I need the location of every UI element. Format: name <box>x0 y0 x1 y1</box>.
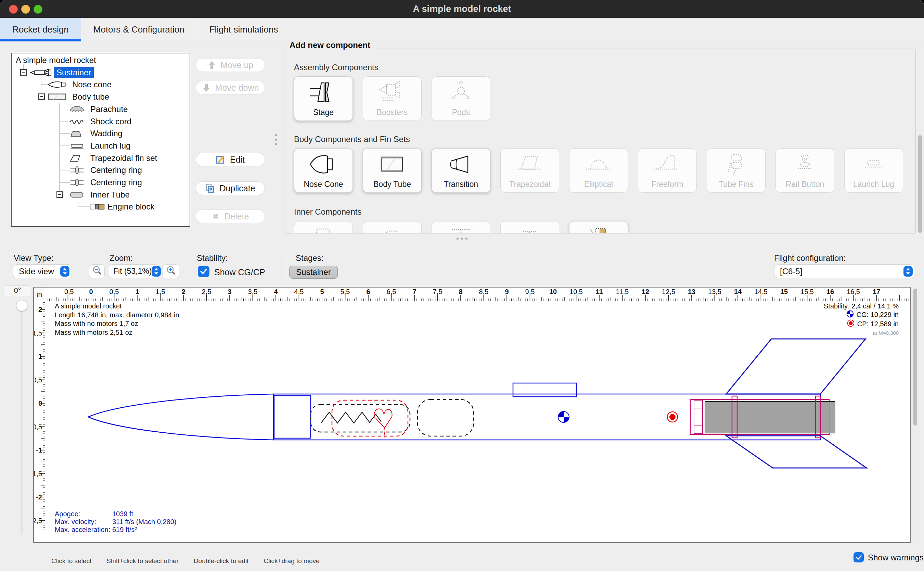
add-component-body-tube-button[interactable]: Body Tube <box>363 148 422 193</box>
rocket-icon <box>30 68 52 77</box>
flight-config-select[interactable]: [C6-5] <box>774 264 915 278</box>
add-component-launch-lug-button[interactable]: Launch Lug <box>844 148 903 193</box>
view-type-select[interactable]: Side view <box>13 264 72 278</box>
add-component-inner-1-button[interactable] <box>294 221 353 233</box>
tree-item-centering-ring[interactable]: Centering ring <box>90 177 142 188</box>
rocket-drawing <box>45 301 911 543</box>
tree-item-centering-ring[interactable]: Centering ring <box>90 165 142 175</box>
tree-item-launch-lug[interactable]: Launch lug <box>90 141 130 151</box>
svg-text:-0,5: -0,5 <box>62 288 74 295</box>
svg-text:10: 10 <box>549 288 557 295</box>
tab-motors-configuration[interactable]: Motors & Configuration <box>81 18 197 41</box>
rocket-info-line: Length 16,748 in, max. diameter 0,984 in <box>55 311 179 320</box>
stability-label: Stability: <box>197 253 228 263</box>
tree-expander-inner-tube[interactable] <box>57 191 63 198</box>
tree-item-parachute[interactable]: Parachute <box>90 104 128 114</box>
zoom-select[interactable]: Fit (53,1%) <box>109 264 159 278</box>
freeform-icon <box>638 152 696 177</box>
magnifier-plus-icon <box>166 265 176 277</box>
add-component-tube-fins-button[interactable]: Tube Fins <box>707 148 765 193</box>
add-component-nose-cone-button[interactable]: Nose Cone <box>294 148 353 193</box>
tree-item-trapezoidal-fin-set[interactable]: Trapezoidal fin set <box>90 153 157 163</box>
add-component-inner-5-button[interactable] <box>569 221 628 233</box>
svg-text:11,5: 11,5 <box>616 288 629 295</box>
add-component-trapezoidal-button[interactable]: Trapezoidal <box>500 148 559 193</box>
show-warnings-checkbox[interactable] <box>853 552 864 562</box>
rotation-angle-field[interactable]: 0° <box>5 285 30 296</box>
rotation-slider-knob[interactable] <box>16 300 28 311</box>
show-cgcp-checkbox[interactable] <box>198 265 209 277</box>
ruler-unit-label: in <box>34 287 45 301</box>
inner-component-2-icon <box>363 225 421 233</box>
interaction-hints: Click to selectShift+click to select oth… <box>51 557 320 565</box>
show-cgcp-label: Show CG/CP <box>214 267 265 277</box>
vertical-splitter-handle[interactable] <box>275 134 277 145</box>
rocket-diagram-panel[interactable]: in -0,500,511,522,533,544,555,566,577,58… <box>33 287 911 543</box>
trapezoidal-icon <box>500 152 559 177</box>
tree-item-nose-cone[interactable]: Nose cone <box>72 79 112 90</box>
add-component-pods-button[interactable]: Pods <box>431 76 490 121</box>
zoom-out-button[interactable] <box>89 264 105 278</box>
tab-flight-simulations[interactable]: Flight simulations <box>197 18 291 41</box>
duplicate-button[interactable]: Duplicate <box>196 181 265 195</box>
tree-expander-sustainer[interactable] <box>20 69 27 76</box>
tree-item-engine-block[interactable]: Engine block <box>108 202 154 212</box>
add-component-inner-4-button[interactable] <box>500 221 559 233</box>
railbutton-icon <box>776 152 834 177</box>
rocket-canvas[interactable]: A simple model rocketLength 16,748 in, m… <box>45 301 910 542</box>
move-up-button[interactable]: Move up <box>196 58 265 72</box>
card-label: Transition <box>432 180 490 189</box>
tree-item-body-tube[interactable]: Body tube <box>72 92 109 102</box>
card-label: Pods <box>432 108 490 117</box>
arrow-up-icon <box>207 60 216 69</box>
svg-text:0: 0 <box>38 400 42 407</box>
add-component-freeform-button[interactable]: Freeform <box>638 148 697 193</box>
add-component-transition-button[interactable]: Transition <box>431 148 490 193</box>
add-component-inner-2-button[interactable] <box>363 221 422 233</box>
delete-button[interactable]: Delete <box>196 210 265 223</box>
svg-text:10,5: 10,5 <box>570 288 583 295</box>
tubefins-icon <box>707 152 765 177</box>
edit-button[interactable]: Edit <box>196 153 265 167</box>
hint-double-click-to-edit: Double-click to edit <box>194 557 249 565</box>
horizontal-splitter-handle[interactable] <box>456 238 468 240</box>
add-component-boosters-button[interactable]: Boosters <box>363 76 422 121</box>
tree-item-sustainer[interactable]: Sustainer <box>54 68 94 78</box>
tree-connector <box>59 121 70 122</box>
rocket-info-text: A simple model rocketLength 16,748 in, m… <box>55 302 179 337</box>
rotation-slider-track[interactable] <box>20 301 23 534</box>
svg-text:13,5: 13,5 <box>708 288 721 295</box>
add-component-rail-button-button[interactable]: Rail Button <box>776 148 834 193</box>
tree-item-inner-tube[interactable]: Inner Tube <box>90 190 130 200</box>
tree-root-item[interactable]: A simple model rocket <box>16 55 96 65</box>
tree-connector <box>59 182 70 183</box>
tree-item-label: Shock cord <box>90 117 131 126</box>
card-label: Body Tube <box>363 180 421 189</box>
svg-text:2: 2 <box>182 288 185 295</box>
add-component-stage-button[interactable]: Stage <box>294 76 353 121</box>
svg-text:4: 4 <box>274 288 278 295</box>
cg-icon <box>846 310 854 319</box>
move-down-button[interactable]: Move down <box>196 81 265 94</box>
stage-toggle-sustainer[interactable]: Sustainer <box>289 265 338 279</box>
move-down-label: Move down <box>215 83 259 93</box>
diagram-scrollbar[interactable] <box>913 288 918 542</box>
check-icon <box>200 267 208 276</box>
tree-item-label: Sustainer <box>54 67 94 78</box>
stability-info: Stability: 2,4 cal / 14,1 % CG: 10,229 i… <box>824 302 899 337</box>
cp-value: CP: 12,589 in <box>857 320 899 327</box>
tree-expander-body-tube[interactable] <box>38 93 45 100</box>
svg-text:-1,5: -1,5 <box>34 470 42 478</box>
edit-label: Edit <box>230 155 245 165</box>
bodytube-icon <box>48 92 67 102</box>
tab-rocket-design[interactable]: Rocket design <box>0 18 81 41</box>
tree-item-shock-cord[interactable]: Shock cord <box>90 116 131 127</box>
delete-x-icon <box>211 212 220 221</box>
add-component-inner-3-button[interactable] <box>431 221 490 233</box>
add-panel-scrollbar[interactable] <box>918 49 922 233</box>
tree-item-wadding[interactable]: Wadding <box>90 128 123 139</box>
card-label: Trapezoidal <box>500 180 559 189</box>
zoom-in-button[interactable] <box>162 264 179 278</box>
zoom-value: Fit (53,1%) <box>109 267 152 276</box>
add-component-elliptical-button[interactable]: Elliptical <box>569 148 628 193</box>
